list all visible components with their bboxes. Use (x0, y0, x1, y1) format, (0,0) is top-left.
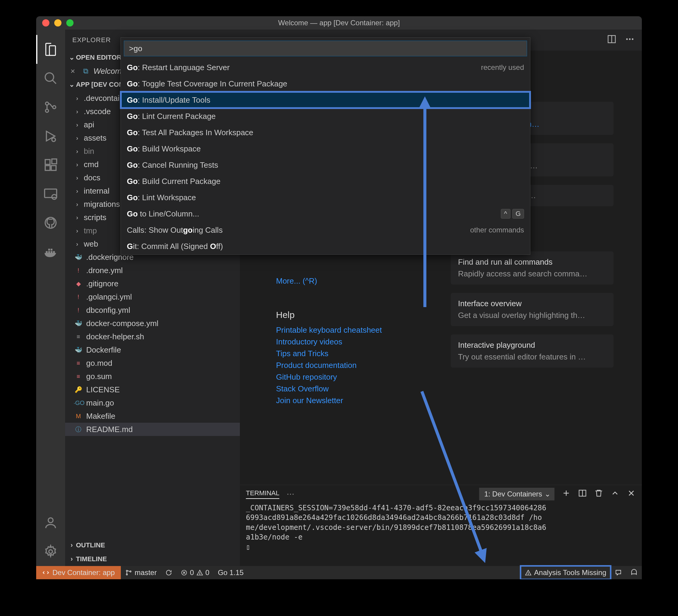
file-name: main.go (86, 398, 240, 408)
sync-status[interactable] (161, 566, 177, 579)
file-icon: ⧉ (81, 67, 90, 75)
help-link[interactable]: GitHub repository (276, 372, 445, 382)
command-palette-item[interactable]: Go: Test All Packages In Workspace (121, 124, 530, 140)
file-name: LICENSE (86, 385, 240, 395)
file-item[interactable]: ≡ docker-helper.sh (65, 330, 240, 343)
terminal-panel: TERMINAL ⋯ 1: Dev Containers ⌄ _CONTAINE… (240, 485, 642, 566)
more-actions-icon[interactable] (625, 34, 635, 46)
file-item[interactable]: ! dbconfig.yml (65, 303, 240, 317)
help-link[interactable]: Stack Overflow (276, 384, 445, 394)
minimize-window-button[interactable] (54, 19, 62, 27)
svg-point-28 (130, 571, 131, 572)
go-version-status[interactable]: Go 1.15 (214, 566, 248, 579)
maximize-panel-icon[interactable] (610, 489, 619, 500)
command-palette-item[interactable]: Go: Toggle Test Coverage In Current Pack… (121, 76, 530, 92)
source-control-icon[interactable] (36, 93, 65, 122)
svg-rect-6 (45, 160, 50, 164)
help-link[interactable]: Join our Newsletter (276, 396, 445, 405)
file-item[interactable]: ! .golangci.yml (65, 290, 240, 303)
git-branch-status[interactable]: master (121, 566, 161, 579)
command-palette-item[interactable]: Git: Commit All (Signed Off) (121, 238, 530, 254)
github-icon[interactable] (36, 208, 65, 237)
panel-overflow-icon[interactable]: ⋯ (287, 490, 294, 499)
learn-card[interactable]: Interface overview Get a visual overlay … (451, 293, 613, 326)
file-item[interactable]: ⓘ README.md (65, 423, 240, 436)
terminal-tab[interactable]: TERMINAL (246, 489, 279, 499)
settings-gear-icon[interactable] (36, 537, 65, 566)
file-item[interactable]: ≡ go.sum (65, 370, 240, 383)
svg-rect-10 (45, 189, 57, 198)
learn-card[interactable]: Interactive playground Try out essential… (451, 334, 613, 368)
activity-bar (36, 30, 65, 566)
chevron-right-icon: › (74, 214, 81, 221)
command-palette-item[interactable]: Go: Lint Current Package (121, 108, 530, 124)
maximize-window-button[interactable] (66, 19, 74, 27)
command-label: Go to Line/Column... (127, 209, 199, 218)
titlebar: Welcome — app [Dev Container: app] (36, 16, 642, 30)
notifications-icon[interactable] (626, 566, 642, 579)
learn-card[interactable]: Find and run all commands Rapidly access… (451, 251, 613, 285)
problems-status[interactable]: 0 0 (177, 566, 214, 579)
docker-icon[interactable] (36, 237, 65, 266)
split-terminal-icon[interactable] (578, 489, 587, 500)
file-name: .gitignore (86, 279, 240, 288)
file-item[interactable]: ·GO main.go (65, 396, 240, 409)
file-icon: 🐳 (74, 346, 83, 354)
learn-card-desc: Try out essential editor features in … (458, 352, 606, 362)
file-item[interactable]: ≡ go.mod (65, 357, 240, 370)
file-item[interactable]: 🔑 LICENSE (65, 383, 240, 396)
analysis-tools-missing-status[interactable]: Analysis Tools Missing (521, 566, 610, 579)
command-palette-item[interactable]: Go: Cancel Running Tests (121, 157, 530, 173)
accounts-icon[interactable] (36, 508, 65, 537)
file-icon: ≡ (74, 373, 83, 380)
file-item[interactable]: M Makefile (65, 409, 240, 423)
command-palette-item[interactable]: Go: Install/Update Tools (121, 92, 530, 108)
run-debug-icon[interactable] (36, 122, 65, 151)
command-palette-item[interactable]: Go: Build Current Package (121, 173, 530, 190)
close-icon[interactable]: × (71, 67, 78, 76)
file-name: README.md (86, 425, 240, 434)
help-link[interactable]: Product documentation (276, 361, 445, 370)
command-palette-item[interactable]: Calls: Show Outgoing Callsother commands (121, 222, 530, 238)
timeline-header[interactable]: › TIMELINE (65, 552, 240, 566)
chevron-right-icon: › (74, 188, 81, 195)
traffic-lights (36, 19, 74, 27)
file-item[interactable]: 🐳 Dockerfile (65, 343, 240, 357)
feedback-icon[interactable] (610, 566, 626, 579)
chevron-right-icon: › (74, 148, 81, 155)
command-palette-input[interactable]: >go (124, 41, 527, 56)
file-name: docker-compose.yml (86, 319, 240, 328)
search-icon[interactable] (36, 64, 65, 93)
command-label: Go: Restart Language Server (127, 63, 230, 72)
split-editor-icon[interactable] (607, 34, 616, 46)
file-icon: ! (74, 267, 83, 274)
command-palette-item[interactable]: Go to Line/Column...^G (121, 206, 530, 222)
file-name: docker-helper.sh (86, 332, 240, 341)
remote-indicator[interactable]: Dev Container: app (36, 566, 121, 579)
command-palette-item[interactable]: Go: Build Workspace (121, 140, 530, 157)
help-link[interactable]: Tips and Tricks (276, 349, 445, 358)
file-item[interactable]: 🐳 docker-compose.yml (65, 317, 240, 330)
terminal-selector[interactable]: 1: Dev Containers ⌄ (479, 488, 555, 500)
file-item[interactable]: ◆ .gitignore (65, 277, 240, 290)
explorer-icon[interactable] (36, 35, 65, 64)
help-link[interactable]: Printable keyboard cheatsheet (276, 325, 445, 335)
terminal-output[interactable]: _CONTAINERS_SESSION=739e58dd-4f41-4370-a… (240, 503, 642, 566)
command-palette-item[interactable]: Go: Restart Language Serverrecently used (121, 59, 530, 76)
extensions-icon[interactable] (36, 151, 65, 179)
more-recent-link[interactable]: More... (^R) (276, 276, 445, 286)
new-terminal-icon[interactable] (562, 489, 571, 500)
remote-explorer-icon[interactable] (36, 179, 65, 208)
file-item[interactable]: ! .drone.yml (65, 264, 240, 277)
close-panel-icon[interactable] (627, 489, 636, 500)
help-heading: Help (276, 310, 445, 320)
close-window-button[interactable] (42, 19, 49, 27)
outline-header[interactable]: › OUTLINE (65, 538, 240, 552)
help-link[interactable]: Introductory videos (276, 337, 445, 346)
file-icon: ! (74, 293, 83, 300)
chevron-right-icon: › (74, 95, 81, 102)
command-palette-item[interactable]: Go: Lint Workspace (121, 190, 530, 206)
svg-point-0 (45, 73, 53, 81)
kill-terminal-icon[interactable] (594, 489, 603, 500)
chevron-down-icon: ⌄ (68, 81, 76, 88)
